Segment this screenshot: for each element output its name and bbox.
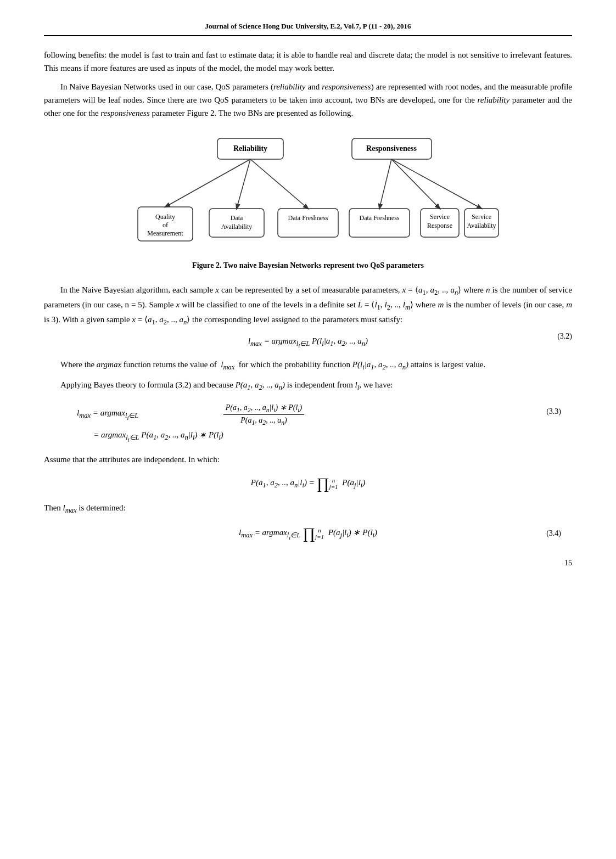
svg-text:Data Freshness: Data Freshness [288, 214, 328, 222]
paragraph-4: Where the argmax function returns the va… [44, 358, 572, 373]
figure-2: Reliability Responsiveness Quality of Me… [44, 133, 572, 270]
svg-text:Availabilty: Availabilty [467, 222, 496, 229]
page-header: Journal of Science Hong Duc University, … [44, 22, 572, 36]
equation-3-2: lmax = argmaxli∈L P(li|a1, a2, .., an) (… [44, 336, 572, 349]
paragraph-2: In Naive Bayesian Networks used in our c… [44, 80, 572, 120]
svg-text:Data Freshness: Data Freshness [360, 214, 400, 222]
svg-text:Service: Service [430, 213, 450, 221]
svg-line-21 [165, 159, 250, 207]
paragraph-7: Then lmax is determined: [44, 501, 572, 516]
svg-line-22 [237, 159, 250, 209]
svg-line-25 [391, 159, 440, 209]
paragraph-6: Assume that the attributes are independe… [44, 453, 572, 466]
page-number: 15 [44, 559, 572, 568]
equation-product: P(a1, a2, .., an|li) = ∏ n j=1 P(aj|li) [44, 475, 572, 492]
diagram-svg: Reliability Responsiveness Quality of Me… [116, 133, 500, 254]
equation-3-3: lmax = argmaxli∈L P(a1, a2, .., an|li) ∗… [77, 403, 572, 443]
svg-rect-11 [278, 209, 338, 237]
svg-text:Service: Service [472, 213, 491, 221]
equation-3-4: lmax = argmaxli∈L ∏ n j=1 P(aj|li) ∗ P(l… [44, 525, 572, 542]
svg-line-24 [379, 159, 391, 209]
svg-text:Responsiveness: Responsiveness [366, 144, 417, 153]
figure-caption: Figure 2. Two naive Bayesian Networks re… [44, 261, 572, 270]
header-text: Journal of Science Hong Duc University, … [205, 22, 411, 30]
svg-text:Data: Data [231, 214, 243, 222]
paragraph-3: In the Naive Bayesian algorithm, each sa… [44, 283, 572, 328]
svg-text:Measurement: Measurement [147, 229, 183, 237]
svg-line-26 [391, 159, 481, 209]
svg-text:Availability: Availability [221, 223, 252, 231]
svg-text:Quality: Quality [155, 213, 175, 221]
svg-text:of: of [163, 221, 168, 229]
paragraph-5: Applying Bayes theory to formula (3.2) a… [44, 378, 572, 393]
svg-text:Reliability: Reliability [233, 144, 267, 153]
paragraph-1: following benefits: the model is fast to… [44, 48, 572, 75]
svg-text:Response: Response [427, 222, 452, 229]
svg-rect-13 [349, 209, 410, 237]
svg-line-23 [250, 159, 308, 209]
